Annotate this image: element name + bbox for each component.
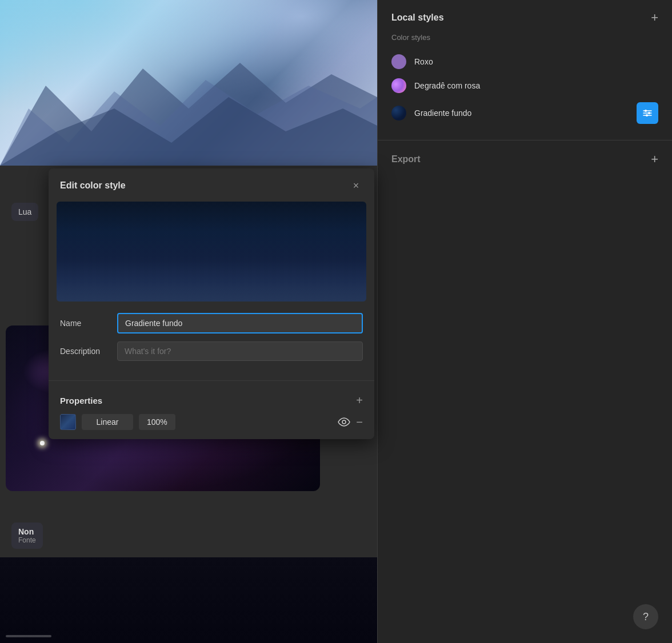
dialog-header: Edit color style × (49, 168, 374, 202)
non-title: Non (18, 527, 36, 536)
dialog-divider (49, 380, 374, 381)
visibility-toggle-button[interactable] (338, 417, 350, 427)
canvas-mountain-bg (0, 0, 377, 166)
color-style-degrade[interactable]: Degradê com rosa (391, 74, 658, 98)
svg-point-9 (646, 114, 648, 116)
properties-add-button[interactable]: + (356, 395, 363, 406)
description-label: Description (60, 347, 117, 356)
roxo-color-circle (391, 54, 406, 69)
right-panel: Local styles + Color styles Roxo Degradê… (377, 0, 672, 643)
gradiente-name: Gradiente fundo (414, 108, 629, 118)
export-title: Export (391, 154, 421, 164)
local-styles-title: Local styles (391, 13, 444, 23)
edit-color-style-dialog: Edit color style × Name Description Prop… (49, 168, 374, 439)
dialog-close-button[interactable]: × (349, 179, 363, 192)
svg-point-3 (342, 420, 346, 424)
local-styles-add-button[interactable]: + (651, 11, 658, 24)
property-color-swatch[interactable] (60, 414, 76, 430)
local-styles-section: Local styles + Color styles Roxo Degradê… (378, 0, 672, 140)
name-label: Name (60, 319, 117, 328)
property-remove-button[interactable]: − (356, 416, 363, 428)
lua-label-text: Lua (18, 207, 31, 216)
property-opacity-button[interactable]: 100% (139, 414, 175, 430)
edit-style-button[interactable] (637, 102, 658, 124)
name-input[interactable] (117, 313, 363, 333)
export-header: Export + (391, 152, 658, 167)
local-styles-header: Local styles + (391, 11, 658, 24)
color-style-gradiente[interactable]: Gradiente fundo (391, 98, 658, 128)
color-preview-inner (57, 256, 366, 302)
lua-label-card: Lua (11, 203, 38, 221)
help-button[interactable]: ? (633, 604, 658, 629)
color-style-roxo[interactable]: Roxo (391, 50, 658, 74)
degrade-name: Degradê com rosa (414, 81, 658, 90)
canvas-bottom-area (0, 557, 377, 643)
gradiente-color-circle (391, 106, 406, 120)
properties-header: Properties + (60, 395, 363, 406)
canvas-scrollbar[interactable] (6, 635, 51, 637)
name-row: Name (60, 313, 363, 333)
degrade-color-circle (391, 78, 406, 93)
properties-title: Properties (60, 396, 102, 405)
svg-point-5 (645, 110, 647, 112)
property-type-button[interactable]: Linear (82, 414, 133, 430)
help-label: ? (643, 611, 649, 623)
description-input[interactable] (117, 341, 363, 361)
roxo-name: Roxo (414, 57, 658, 66)
export-add-button[interactable]: + (651, 152, 658, 167)
color-preview-area (57, 202, 366, 302)
dialog-title: Edit color style (60, 180, 126, 191)
export-section: Export + (378, 140, 672, 178)
svg-point-7 (648, 112, 650, 114)
dialog-form: Name Description (49, 302, 374, 375)
non-label-card: Non Fonte (11, 523, 43, 549)
properties-section: Properties + Linear 100% − (49, 387, 374, 439)
property-item: Linear 100% − (60, 414, 363, 430)
non-subtitle: Fonte (18, 536, 36, 544)
description-row: Description (60, 341, 363, 361)
color-styles-label: Color styles (391, 33, 658, 42)
